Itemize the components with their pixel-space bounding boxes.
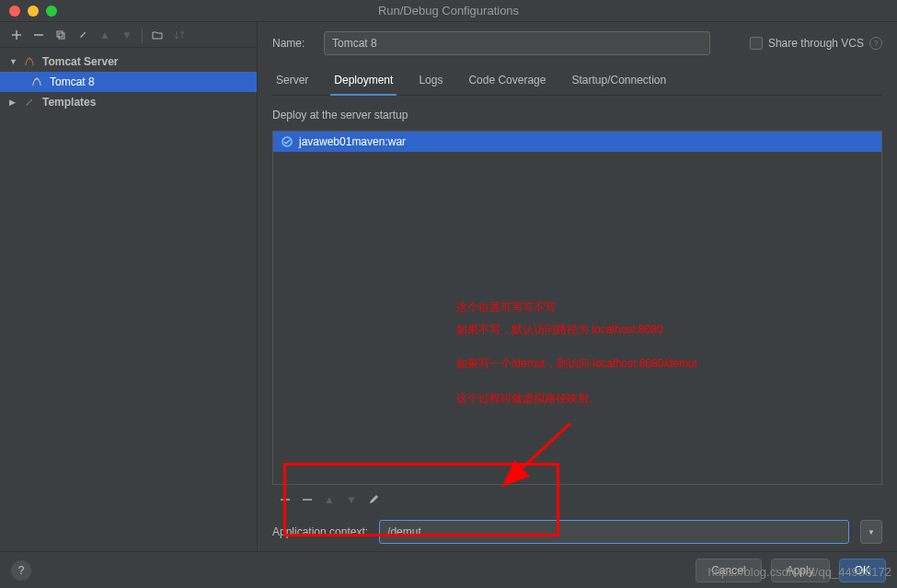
cancel-button[interactable]: Cancel [696,559,761,582]
copy-config-button[interactable] [52,26,70,44]
help-button[interactable]: ? [11,560,31,581]
chevron-down-icon: ▼ [868,528,875,536]
share-checkbox[interactable] [750,37,763,50]
tree-label: Tomcat 8 [50,75,95,88]
deploy-toolbar: ▲ ▼ [272,485,882,514]
edit-deploy-button[interactable] [364,490,383,509]
window-title: Run/Debug Configurations [378,4,519,17]
context-label: Application context: [272,525,368,538]
separator [142,28,143,42]
tree-item-tomcat-server[interactable]: ▼ Tomcat Server [0,52,257,72]
move-up-button[interactable]: ▲ [96,26,114,44]
name-row: Name: Share through VCS ? [272,31,882,55]
collapse-arrow-icon: ▶ [9,98,18,107]
expand-arrow-icon: ▼ [9,57,18,66]
add-config-button[interactable] [7,26,26,44]
deploy-item[interactable]: javaweb01maven:war [273,132,881,152]
main-layout: ▲ ▼ ▼ Tomcat Server Tomcat 8 ▶ Templates [0,22,897,551]
ok-button[interactable]: OK [839,559,886,582]
titlebar: Run/Debug Configurations [0,0,897,22]
share-row: Share through VCS ? [750,37,882,50]
share-label: Share through VCS [768,37,864,50]
zoom-window-button[interactable] [46,6,57,17]
name-label: Name: [272,37,315,50]
tree-item-templates[interactable]: ▶ Templates [0,92,257,112]
help-icon[interactable]: ? [869,37,882,50]
apply-button[interactable]: Apply [771,559,830,582]
minimize-window-button[interactable] [28,6,39,17]
sidebar: ▲ ▼ ▼ Tomcat Server Tomcat 8 ▶ Templates [0,22,258,551]
add-deploy-button[interactable] [276,490,294,509]
tab-startup-connection[interactable]: Startup/Connection [568,68,670,96]
context-dropdown-button[interactable]: ▼ [860,520,882,544]
deploy-list[interactable]: javaweb01maven:war [272,131,882,485]
content-panel: Name: Share through VCS ? Server Deploym… [258,22,897,551]
close-window-button[interactable] [9,6,20,17]
tab-logs[interactable]: Logs [415,68,446,96]
bottom-buttons: Cancel Apply OK [696,559,886,582]
tree-label: Templates [42,96,96,109]
sort-button[interactable] [170,26,189,44]
move-down-button[interactable]: ▼ [118,26,136,44]
artifact-icon [281,135,293,148]
move-deploy-up-button[interactable]: ▲ [320,490,339,509]
deploy-item-label: javaweb01maven:war [299,135,406,148]
tab-deployment[interactable]: Deployment [330,68,397,96]
tab-content: Deploy at the server startup javaweb01ma… [272,96,882,551]
name-input[interactable] [324,31,710,55]
tab-server[interactable]: Server [272,68,312,96]
traffic-lights [0,6,57,17]
remove-config-button[interactable] [29,26,48,44]
tree-label: Tomcat Server [42,55,118,68]
tree-item-tomcat-8[interactable]: Tomcat 8 [0,72,257,92]
bottom-bar: ? Cancel Apply OK [0,551,897,588]
tomcat-icon [29,75,44,89]
svg-rect-1 [59,33,64,39]
config-tree: ▼ Tomcat Server Tomcat 8 ▶ Templates [0,48,257,116]
wrench-icon [22,95,37,110]
tomcat-icon [22,54,37,69]
context-row: Application context: ▼ [272,520,882,544]
wrench-button[interactable] [74,26,92,44]
svg-rect-0 [57,31,63,37]
deploy-label: Deploy at the server startup [272,109,882,121]
tab-code-coverage[interactable]: Code Coverage [465,68,549,96]
remove-deploy-button[interactable] [298,490,316,509]
context-input[interactable] [379,520,849,544]
folder-button[interactable] [148,26,167,44]
move-deploy-down-button[interactable]: ▼ [342,490,361,509]
sidebar-toolbar: ▲ ▼ [0,22,257,48]
tabs: Server Deployment Logs Code Coverage Sta… [272,68,882,96]
